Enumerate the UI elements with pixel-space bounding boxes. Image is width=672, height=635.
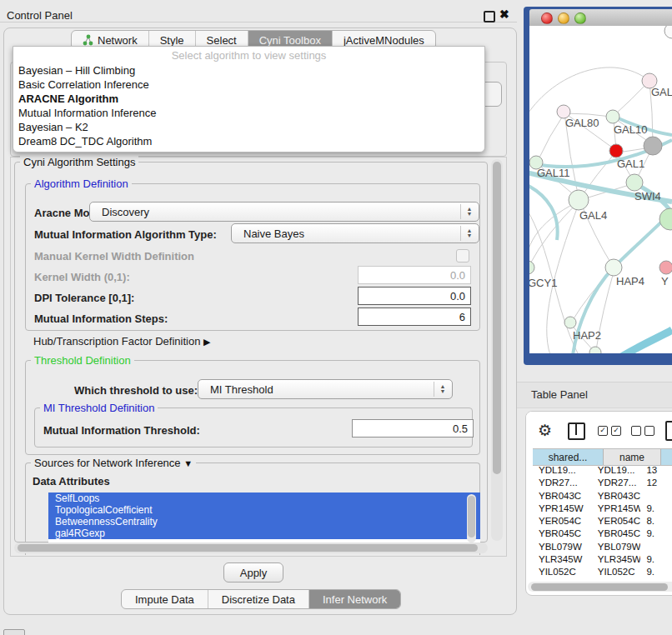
algorithm-definition-group: Algorithm Definition Aracne Mode: Discov… (25, 183, 480, 331)
network-node[interactable] (606, 110, 619, 123)
table-cell: YDR27... (533, 477, 592, 489)
apply-button[interactable]: Apply (223, 562, 283, 582)
zoom-traffic-light-icon[interactable] (574, 12, 586, 24)
algorithm-option[interactable]: Basic Correlation Inference (13, 78, 484, 92)
float-window-icon[interactable] (484, 11, 495, 22)
close-icon[interactable]: ✖ (499, 8, 509, 21)
kernel-width-field[interactable]: 0.0 (358, 266, 471, 284)
network-node[interactable] (664, 26, 672, 38)
table-header-cell[interactable]: name (604, 449, 661, 465)
new-table-icon[interactable] (665, 421, 672, 441)
attribute-item[interactable]: SelfLoops (48, 492, 480, 504)
network-node[interactable] (659, 261, 672, 274)
tab-label: Network (98, 34, 138, 47)
network-node[interactable] (626, 174, 643, 191)
deselect-all-icon[interactable] (631, 426, 654, 436)
network-canvas[interactable]: GALGAL80GAL10GAL1GAL11SWI4GAL4GCY1HAP4YH… (529, 26, 672, 353)
table-cell: YDL19... (533, 464, 592, 477)
table-header-cell[interactable] (661, 449, 672, 465)
mi-type-label: Mutual Information Algorithm Type: (34, 228, 217, 241)
attribute-item[interactable]: TopologicalCoefficient (48, 504, 480, 516)
node-label: GAL10 (614, 123, 647, 136)
settings-horizontal-scrollbar[interactable] (14, 542, 488, 553)
network-edge[interactable] (529, 68, 649, 115)
network-node[interactable] (529, 261, 534, 274)
settings-vertical-scrollbar[interactable] (491, 159, 503, 541)
node-label: GAL4 (579, 209, 607, 222)
node-label: SWI4 (634, 190, 661, 202)
table-cell: YDL19... (592, 464, 641, 477)
algorithm-dropdown-placeholder: Select algorithm to view settings (13, 47, 484, 63)
mi-steps-label: Mutual Information Steps: (34, 312, 168, 325)
stepper-icon: ▲▼ (460, 204, 475, 219)
table-row[interactable]: YIL052CYIL052C9. (533, 566, 672, 578)
network-node[interactable] (564, 317, 576, 328)
table-cell: YLR345W (592, 553, 641, 566)
algorithm-option[interactable]: Bayesian – K2 (13, 120, 484, 134)
network-graph[interactable]: GALGAL80GAL10GAL1GAL11SWI4GAL4GCY1HAP4YH… (529, 26, 672, 353)
algorithm-option[interactable]: Mutual Information Inference (13, 106, 484, 120)
settings-horizontal-scrollbar-thumb[interactable] (18, 544, 478, 552)
attributes-scrollbar-thumb[interactable] (468, 496, 475, 538)
attributes-scrollbar[interactable] (467, 494, 476, 542)
hub-expand-icon[interactable]: ▶ (203, 337, 210, 347)
hub-definition-toggle[interactable]: Hub/Transcription Factor Definition ▶ (33, 335, 210, 348)
dpi-tolerance-field[interactable]: 0.0 (358, 287, 471, 305)
mi-steps-field[interactable]: 6 (358, 308, 471, 326)
network-node[interactable] (569, 190, 589, 210)
node-label: HAP4 (616, 275, 644, 288)
table-row[interactable]: YDL19...YDL19...13 (533, 464, 672, 477)
network-node[interactable] (605, 259, 622, 276)
app-root: Control Panel ✖ NetworkStyleSelectCyni T… (0, 0, 672, 635)
network-edge[interactable] (538, 113, 564, 161)
manual-kernel-checkbox[interactable] (456, 249, 469, 262)
table-cell: YBL079W (533, 541, 592, 553)
sources-collapse-icon[interactable]: ▼ (183, 458, 193, 468)
gear-icon[interactable]: ⚙ (538, 421, 552, 440)
node-label: HAP2 (573, 329, 601, 342)
mi-type-combo[interactable]: Naive Bayes ▲▼ (231, 223, 479, 243)
table-row[interactable]: YER054CYER054C8. (533, 515, 672, 528)
algorithm-option[interactable]: ARACNE Algorithm (13, 92, 484, 106)
aracne-mode-combo[interactable]: Discovery ▲▼ (89, 202, 479, 222)
close-traffic-light-icon[interactable] (541, 12, 553, 24)
table-toolbar: ⚙ ✓✓ (526, 412, 672, 448)
network-window-titlebar[interactable] (529, 9, 672, 27)
table-row[interactable]: YBR043CYBR043C (533, 490, 672, 502)
node-label: GAL80 (565, 117, 599, 129)
table-horizontal-scrollbar[interactable] (528, 582, 672, 592)
algorithm-option[interactable]: Dream8 DC_TDC Algorithm (13, 134, 484, 148)
network-node[interactable] (659, 208, 672, 230)
attribute-item[interactable]: gal4RGexp (48, 528, 480, 539)
tab-discretize-data[interactable]: Discretize Data (208, 590, 308, 608)
network-node[interactable] (609, 144, 623, 158)
corner-button[interactable] (3, 629, 25, 635)
tab-impute-data[interactable]: Impute Data (122, 590, 208, 608)
network-node[interactable] (644, 137, 662, 155)
settings-vertical-scrollbar-thumb[interactable] (493, 162, 501, 474)
select-all-icon[interactable]: ✓✓ (598, 426, 621, 436)
algorithm-dropdown-list: Bayesian – Hill ClimbingBasic Correlatio… (13, 63, 484, 148)
table-cell: 13 (640, 464, 672, 477)
attribute-item[interactable]: BetweennessCentrality (48, 516, 480, 528)
table-row[interactable]: YPR145WYPR145W9. (533, 502, 672, 515)
columns-icon[interactable] (568, 422, 585, 440)
sources-group-label: Sources for Network Inference ▼ (31, 457, 196, 469)
table-cell: YBR045C (533, 528, 592, 540)
table-horizontal-scrollbar-thumb[interactable] (531, 583, 668, 591)
tab-infer-network[interactable]: Infer Network (308, 590, 400, 608)
mi-threshold-field[interactable]: 0.5 (352, 419, 474, 438)
network-edge-highlight[interactable] (529, 183, 558, 240)
table-body: YDL19...YDL19...13YDR27...YDR27...12YBR0… (533, 464, 672, 579)
cyni-algorithm-settings-label: Cyni Algorithm Settings (20, 156, 138, 168)
table-row[interactable]: YLR345WYLR345W9. (533, 553, 672, 566)
minimize-traffic-light-icon[interactable] (558, 12, 569, 24)
table-row[interactable]: YDR27...YDR27...12 (533, 477, 672, 489)
network-edge-highlight[interactable] (619, 330, 672, 353)
table-header-cell[interactable]: shared... (533, 449, 604, 465)
data-attributes-list: SelfLoopsTopologicalCoefficientBetweenne… (48, 492, 480, 544)
algorithm-option[interactable]: Bayesian – Hill Climbing (13, 63, 484, 78)
which-threshold-combo[interactable]: MI Threshold ▲▼ (198, 379, 453, 399)
table-row[interactable]: YBR045CYBR045C9. (533, 528, 672, 540)
table-row[interactable]: YBL079WYBL079W (533, 541, 672, 553)
